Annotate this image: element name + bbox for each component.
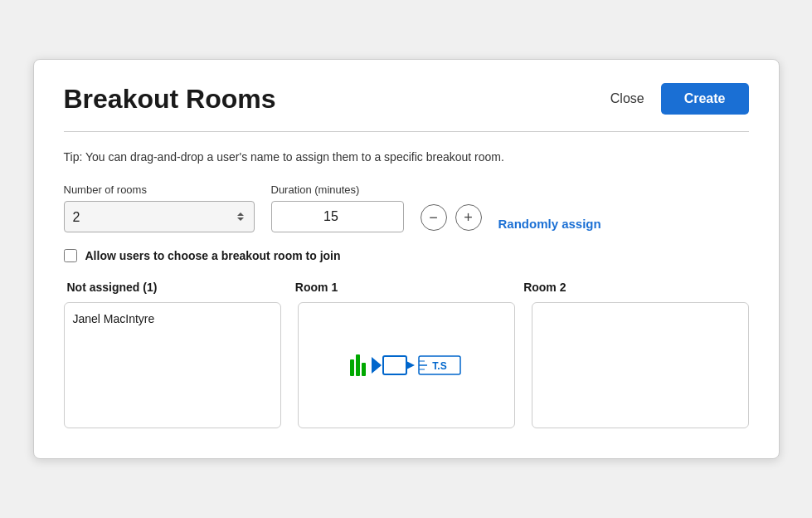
header-actions: Close Create — [610, 83, 749, 115]
allow-users-label[interactable]: Allow users to choose a breakout room to… — [85, 249, 341, 262]
tip-text: Tip: You can drag-and-drop a user's name… — [64, 150, 749, 164]
svg-marker-5 — [406, 361, 415, 369]
duration-steppers: − + — [421, 204, 482, 231]
not-assigned-box: Janel MacIntyre — [64, 302, 281, 428]
duration-input[interactable] — [271, 201, 404, 232]
rooms-label: Number of rooms — [64, 183, 255, 196]
rooms-select[interactable]: 1 2 3 4 5 6 7 8 9 10 — [64, 201, 255, 232]
decrement-icon: − — [429, 210, 438, 225]
dialog-title: Breakout Rooms — [64, 84, 276, 115]
svg-rect-4 — [383, 356, 406, 374]
svg-text:T.S: T.S — [432, 360, 446, 372]
allow-users-checkbox[interactable] — [64, 249, 77, 262]
zoom-logo: T.S — [348, 345, 464, 386]
randomly-assign-button[interactable]: Randomly assign — [498, 217, 601, 231]
close-button[interactable]: Close — [610, 91, 644, 106]
svg-rect-0 — [350, 359, 354, 376]
decrement-button[interactable]: − — [421, 204, 447, 231]
duration-field-group: Duration (minutes) — [271, 183, 404, 232]
room-columns: Janel MacIntyre T — [64, 302, 749, 428]
breakout-rooms-dialog: Breakout Rooms Close Create Tip: You can… — [33, 59, 780, 459]
room1-content: T.S — [307, 311, 506, 419]
header-divider — [64, 131, 749, 132]
participant-name: Janel MacIntyre — [73, 312, 155, 325]
not-assigned-header: Not assigned (1) — [64, 281, 292, 294]
room1-box: T.S — [298, 302, 515, 428]
room1-header: Room 1 — [292, 281, 520, 294]
columns-header: Not assigned (1) Room 1 Room 2 — [64, 281, 749, 294]
allow-users-row: Allow users to choose a breakout room to… — [64, 249, 749, 262]
svg-marker-3 — [372, 357, 382, 374]
controls-row: Number of rooms 1 2 3 4 5 6 7 8 9 10 Dur… — [64, 183, 749, 232]
dialog-header: Breakout Rooms Close Create — [64, 83, 749, 115]
svg-rect-1 — [356, 354, 360, 376]
increment-button[interactable]: + — [455, 204, 482, 231]
room2-box — [532, 302, 749, 428]
room2-header: Room 2 — [520, 281, 748, 294]
svg-rect-2 — [362, 363, 366, 376]
create-button[interactable]: Create — [661, 83, 749, 115]
increment-icon: + — [464, 210, 473, 225]
duration-label: Duration (minutes) — [271, 183, 404, 196]
rooms-field-group: Number of rooms 1 2 3 4 5 6 7 8 9 10 — [64, 183, 255, 232]
